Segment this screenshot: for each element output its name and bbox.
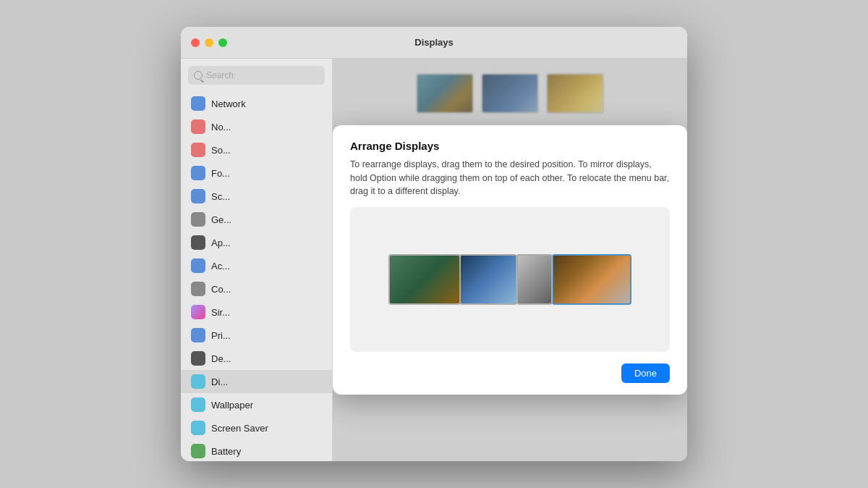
sidebar-item-screentime[interactable]: Sc...	[181, 185, 332, 208]
sound-icon	[191, 143, 205, 157]
modal-display-area[interactable]	[350, 207, 670, 352]
modal-title: Arrange Displays	[350, 140, 670, 152]
arrange-display-2[interactable]	[459, 254, 517, 305]
sidebar-label-notifications: No...	[211, 122, 231, 132]
arrange-displays	[388, 254, 631, 305]
appearance-icon	[191, 235, 205, 250]
search-bar[interactable]: Search	[188, 66, 325, 85]
arrange-displays-modal: Arrange Displays To rearrange displays, …	[333, 125, 687, 395]
sidebar-item-battery[interactable]: Battery	[181, 439, 332, 461]
sidebar-item-sound[interactable]: So...	[181, 138, 332, 161]
arrange-display-3[interactable]	[516, 254, 553, 305]
sidebar-item-screensaver[interactable]: Screen Saver	[181, 416, 332, 439]
sidebar-label-sound: So...	[211, 145, 231, 156]
accessibility-icon	[191, 258, 205, 273]
sidebar-label-battery: Battery	[211, 446, 241, 457]
title-bar: Displays	[181, 27, 687, 59]
wallpaper-icon	[191, 397, 205, 412]
sidebar-item-notifications[interactable]: No...	[181, 115, 332, 138]
modal-header: Arrange Displays To rearrange displays, …	[333, 125, 687, 207]
siri-icon	[191, 305, 205, 319]
privacy-icon	[191, 328, 205, 342]
search-icon	[194, 71, 203, 80]
sidebar-label-desktop: De...	[211, 353, 231, 364]
sidebar-label-accessibility: Ac...	[211, 261, 230, 272]
control-icon	[191, 282, 205, 296]
sidebar-label-displays: Di...	[211, 376, 228, 387]
sidebar-item-accessibility[interactable]: Ac...	[181, 254, 332, 277]
focus-icon	[191, 166, 205, 180]
arrange-display-1[interactable]	[388, 254, 461, 305]
sidebar-item-wallpaper[interactable]: Wallpaper	[181, 393, 332, 416]
search-placeholder: Search	[206, 70, 234, 80]
sidebar-item-displays[interactable]: Di...	[181, 370, 332, 393]
sidebar-label-network: Network	[211, 98, 246, 109]
sidebar-label-screensaver: Screen Saver	[211, 423, 268, 434]
sidebar-label-focus: Fo...	[211, 168, 230, 179]
sidebar-label-appearance: Ap...	[211, 237, 231, 248]
modal-description: To rearrange displays, drag them to the …	[350, 158, 670, 198]
sidebar-label-privacy: Pri...	[211, 330, 231, 341]
sidebar-label-general: Ge...	[211, 214, 231, 225]
sidebar-item-general[interactable]: Ge...	[181, 208, 332, 231]
sidebar-item-privacy[interactable]: Pri...	[181, 324, 332, 347]
desktop-icon	[191, 351, 205, 366]
sidebar-item-siri[interactable]: Sir...	[181, 300, 332, 324]
sidebar-item-network[interactable]: Network	[181, 92, 332, 115]
displays-icon	[191, 374, 205, 389]
sidebar-label-siri: Sir...	[211, 307, 230, 318]
main-content: Refresh rate 60 Hertz Advanced... Night …	[333, 59, 687, 461]
network-icon	[191, 96, 205, 111]
sidebar-label-screentime: Sc...	[211, 191, 230, 202]
battery-icon	[191, 444, 205, 458]
sidebar-label-wallpaper: Wallpaper	[211, 400, 253, 411]
sidebar: Search Network No... So... Fo... Sc...	[181, 59, 333, 461]
arrange-display-4[interactable]	[552, 254, 631, 305]
sidebar-item-control[interactable]: Co...	[181, 277, 332, 300]
general-icon	[191, 212, 205, 227]
window-body: Search Network No... So... Fo... Sc...	[181, 59, 687, 461]
notifications-icon	[191, 119, 205, 134]
sidebar-item-focus[interactable]: Fo...	[181, 161, 332, 185]
sidebar-item-appearance[interactable]: Ap...	[181, 231, 332, 254]
modal-footer: Done	[333, 352, 687, 395]
done-button[interactable]: Done	[621, 363, 670, 383]
minimize-button[interactable]	[205, 38, 213, 47]
traffic-lights	[191, 38, 227, 47]
system-preferences-window: Displays Search Network No... So...	[181, 27, 687, 461]
screensaver-icon	[191, 421, 205, 435]
sidebar-label-control: Co...	[211, 284, 231, 295]
sidebar-item-desktop[interactable]: De...	[181, 347, 332, 370]
screentime-icon	[191, 189, 205, 203]
maximize-button[interactable]	[218, 38, 227, 47]
window-title: Displays	[414, 37, 453, 48]
close-button[interactable]	[191, 38, 200, 47]
modal-overlay: Arrange Displays To rearrange displays, …	[333, 59, 687, 461]
